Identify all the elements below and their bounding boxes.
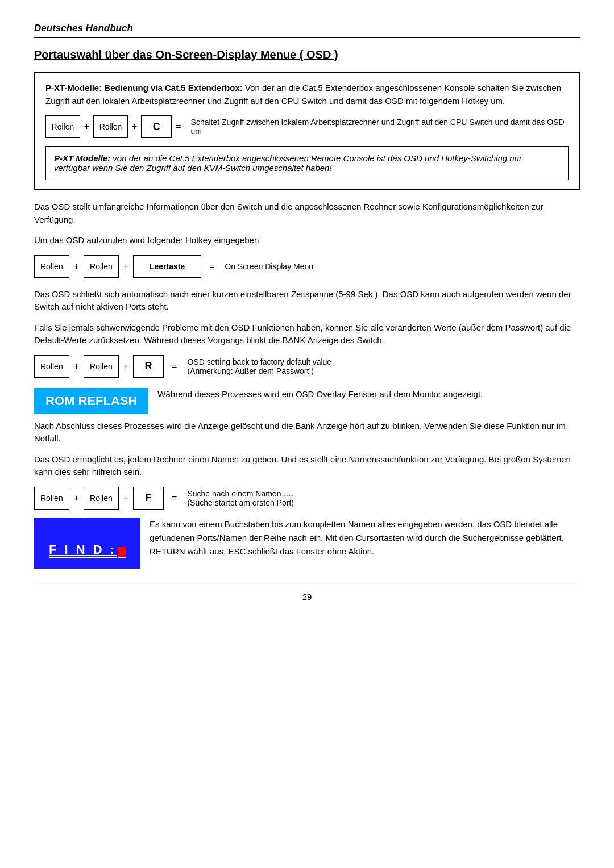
page-number: 29 [34, 586, 580, 602]
find-text: Es kann von einem Buchstaben bis zum kom… [150, 518, 580, 558]
hotkey-combo: Rollen + Rollen + Leertaste = On Screen … [34, 255, 580, 278]
key-rollen-6: Rollen [84, 355, 119, 378]
plus-3: + [74, 261, 79, 272]
key-r: R [133, 355, 164, 378]
key-combo-c-row: Rollen + Rollen + C = Schaltet Zugriff z… [45, 115, 569, 138]
key-rollen-1: Rollen [45, 115, 80, 138]
key-leertaste: Leertaste [133, 255, 201, 278]
para-name-search: Das OSD ermöglicht es, jedem Rechner ein… [34, 453, 580, 479]
find-combo-desc-line2: (Suche startet am ersten Port) [187, 498, 294, 507]
equals-1: = [176, 122, 181, 132]
plus-8: + [123, 493, 128, 503]
plus-5: + [74, 361, 79, 372]
find-row: F I N D : Es kann von einem Buchstaben b… [34, 518, 580, 569]
para-osd-reset: Falls Sie jemals schwerwiegende Probleme… [34, 322, 580, 347]
key-rollen-2: Rollen [93, 115, 128, 138]
page-title: Deutsches Handbuch [34, 23, 580, 38]
plus-4: + [123, 261, 128, 272]
reset-desc-line2: (Anmerkung: Außer dem Passwort!) [187, 366, 314, 375]
key-combo-c: Rollen + Rollen + C = Schaltet Zugriff z… [45, 115, 569, 138]
key-rollen-4: Rollen [84, 255, 119, 278]
rom-reflash-label: ROM REFLASH [34, 388, 148, 414]
outer-box: P-XT-Modelle: Bedienung via Cat.5 Extend… [34, 72, 580, 190]
plus-6: + [123, 361, 128, 372]
plus-1: + [84, 122, 89, 132]
equals-2: = [209, 261, 214, 272]
inner-box-bold: P-XT Modelle: [54, 153, 110, 163]
find-combo-desc-line1: Suche nach einem Namen …. [187, 489, 293, 498]
find-cursor-icon [118, 547, 126, 558]
key-rollen-8: Rollen [84, 487, 119, 510]
find-combo: Rollen + Rollen + F = Suche nach einem N… [34, 487, 580, 510]
inner-box-rest: von der an die Cat.5 Extenderbox angesch… [54, 153, 522, 173]
para-info1: Das OSD stellt umfangreiche Informatione… [34, 201, 580, 226]
reset-desc: OSD setting back to factory default valu… [187, 357, 331, 375]
rom-reflash-row: ROM REFLASH Während dieses Prozesses wir… [34, 388, 580, 414]
reset-combo: Rollen + Rollen + R = OSD setting back t… [34, 355, 580, 378]
inner-italic-box: P-XT Modelle: von der an die Cat.5 Exten… [45, 146, 569, 180]
outer-box-para1: P-XT-Modelle: Bedienung via Cat.5 Extend… [45, 82, 569, 107]
find-label-text: F I N D : [49, 542, 117, 558]
key-c: C [141, 115, 172, 138]
key-f: F [133, 487, 164, 510]
find-label: F I N D : [34, 518, 140, 569]
reset-desc-line1: OSD setting back to factory default valu… [187, 357, 331, 366]
para-after-reflash: Nach Abschluss dieses Prozesses wird die… [34, 420, 580, 445]
equals-3: = [172, 361, 177, 372]
section-heading: Portauswahl über das On-Screen-Display M… [34, 48, 580, 61]
plus-7: + [74, 493, 79, 503]
key-rollen-3: Rollen [34, 255, 69, 278]
find-combo-desc: Suche nach einem Namen …. (Suche startet… [187, 489, 294, 507]
hotkey-desc: On Screen Display Menu [225, 262, 313, 271]
key-rollen-5: Rollen [34, 355, 69, 378]
combo-desc: Schaltet Zugriff zwischen lokalem Arbeit… [191, 118, 569, 136]
rom-reflash-text: Während dieses Prozesses wird ein OSD Ov… [157, 388, 483, 401]
equals-4: = [172, 493, 177, 503]
para-hotkey-intro: Um das OSD aufzurufen wird folgender Hot… [34, 234, 580, 247]
para-osd-close: Das OSD schließt sich automatisch nach e… [34, 288, 580, 314]
key-rollen-7: Rollen [34, 487, 69, 510]
plus-2: + [132, 122, 137, 132]
outer-box-bold: P-XT-Modelle: Bedienung via Cat.5 Extend… [45, 83, 243, 93]
